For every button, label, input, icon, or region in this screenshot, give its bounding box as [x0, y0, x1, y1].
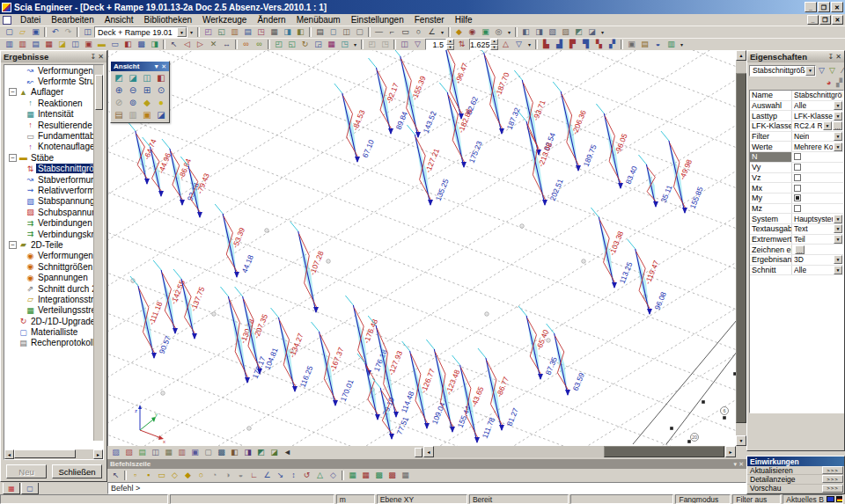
checkbox[interactable] — [794, 194, 801, 201]
tree-hscroll-thumb[interactable] — [14, 449, 76, 458]
horizontal-scroll-thumb[interactable] — [604, 446, 724, 457]
snap-tangent-icon[interactable]: ◔ — [208, 470, 221, 481]
tree-item-relativverformung[interactable]: ⇝Relativverformung — [4, 185, 103, 195]
snap-point-icon[interactable]: ▫ — [129, 470, 142, 481]
move-icon[interactable]: ↔ — [220, 39, 233, 50]
snap-near-icon[interactable]: ◑ — [221, 470, 234, 481]
axis-lock-icon[interactable]: ↕ — [287, 470, 300, 481]
mdi-restore-button[interactable]: ❐ — [819, 15, 831, 25]
tree-expand-icon[interactable]: − — [9, 154, 17, 162]
results-3d-scene[interactable]: 620-64.74-44.96-86.8493.18-79.43-84.5367… — [108, 50, 736, 446]
property-row-extremwerte[interactable]: ExtremwerteTeil▼ — [750, 235, 843, 245]
snap-perp-icon[interactable]: ◆ — [181, 470, 195, 481]
menu-item-hilfe[interactable]: Hilfe — [450, 14, 478, 26]
library-icon[interactable]: ▤ — [638, 39, 651, 50]
properties-combo[interactable]: Stabschnittgrößen ( ▼ — [749, 65, 816, 77]
scroll-right-icon[interactable]: ► — [93, 449, 103, 459]
close-icon[interactable]: ✕ — [738, 461, 744, 468]
command-input[interactable]: Befehl > — [107, 482, 746, 494]
circle-tool-icon[interactable]: ○ — [412, 26, 425, 38]
ratio-spinner[interactable]: 1.625▲▼ — [469, 39, 498, 50]
result-diagram-icon-6[interactable]: ▞ — [606, 39, 619, 50]
filter-edit-icon[interactable]: ▽ — [827, 65, 837, 76]
horizontal-scrollbar[interactable]: ◄ ► — [423, 446, 736, 457]
checkbox[interactable] — [794, 205, 801, 212]
zoom-all-icon[interactable]: ⊙ — [154, 84, 168, 97]
property-row-werte[interactable]: WerteMehrere Kompo▼ — [750, 142, 843, 152]
pencil-icon[interactable]: ∕ — [838, 65, 845, 76]
scroll-right-icon[interactable]: ► — [725, 446, 736, 457]
menu-item-bibliotheken[interactable]: Bibliotheken — [139, 14, 197, 26]
tree-item-schnitt-durch-2d-teil[interactable]: ⇗Schnitt durch 2D-Teil — [4, 283, 103, 294]
print-icon[interactable]: ▤ — [313, 26, 327, 38]
tree-item-stabschnittgrößen[interactable]: ⇅Stabschnittgrößen — [4, 164, 103, 174]
tracking-icon[interactable]: ↘ — [274, 470, 287, 481]
member-icon[interactable]: ▬ — [95, 39, 108, 50]
picture-layers-icon[interactable]: ▩ — [215, 447, 228, 458]
close-icon[interactable]: ✕ — [98, 53, 104, 61]
redo-icon[interactable]: ↷ — [62, 26, 75, 38]
render-icon[interactable]: ◎ — [492, 26, 505, 38]
tree-item-knotenauflager-resultierenc[interactable]: ↑Knotenauflager-Resultierenc — [4, 142, 103, 152]
new-window-icon[interactable]: ◫ — [81, 26, 94, 38]
polyline-tool-icon[interactable]: ⌐ — [386, 26, 399, 38]
neu-button[interactable]: Neu — [6, 464, 47, 478]
menu-item-menübaum[interactable]: Menübaum — [291, 14, 346, 26]
export-icon[interactable]: ◫ — [340, 26, 353, 38]
tree-item-fundamenttabelle[interactable]: ▭Fundamenttabelle — [4, 130, 103, 141]
window-cascade-icon[interactable]: ◳ — [378, 39, 392, 50]
polar-icon[interactable]: ∠ — [261, 470, 274, 481]
picture-new-icon[interactable]: ▢ — [202, 447, 215, 458]
toolbar-dropdown-arrow-icon[interactable]: ▾ — [438, 26, 446, 38]
action-row-detailanzeige[interactable]: Detailanzeige>>> — [747, 475, 844, 484]
light-bulb-icon[interactable]: ● — [154, 97, 168, 109]
render-mode-icon[interactable]: ▤ — [112, 109, 126, 121]
save-view-icon[interactable]: ▣ — [625, 39, 638, 50]
toolbar-dropdown-arrow-icon[interactable]: ▾ — [678, 39, 686, 50]
beam-check-icon[interactable]: ▥ — [16, 39, 29, 50]
chevron-down-icon[interactable]: ▼ — [834, 224, 842, 233]
pin-icon[interactable]: ↧ — [828, 53, 834, 61]
property-row-schnitt[interactable]: SchnittAlle▼ — [750, 266, 843, 276]
filter-apply-icon[interactable]: ▽ — [817, 65, 827, 76]
property-row-zeichnen-ein-[interactable]: Zeichnen ein...… — [750, 245, 843, 255]
raster-green-icon[interactable]: ▦ — [346, 470, 359, 481]
tree-item-stabverformungen[interactable]: ↝Stabverformungen — [4, 174, 103, 185]
column-icon[interactable]: ▤ — [29, 39, 42, 50]
snap-mid-icon[interactable]: ▪ — [142, 470, 155, 481]
undo-icon[interactable]: ↶ — [48, 26, 62, 38]
open-folder-icon[interactable]: ▱ — [16, 26, 29, 38]
result-diagram-icon-3[interactable]: ▛ — [566, 39, 579, 50]
copy-multi-icon[interactable]: ◰ — [272, 39, 285, 50]
action-row-aktualisieren[interactable]: Aktualisieren>>> — [747, 466, 844, 475]
property-row-lasttyp[interactable]: LasttypLFK-Klasse▼ — [750, 111, 843, 121]
save-icon[interactable]: ▣ — [29, 26, 42, 38]
raster-gray-icon[interactable]: ▦ — [399, 470, 412, 481]
menu-item-datei[interactable]: Datei — [15, 14, 46, 26]
mdi-minimize-button[interactable]: _ — [807, 15, 819, 25]
pointer-icon[interactable]: ↖ — [109, 470, 122, 481]
raster-green2-icon[interactable]: ▩ — [372, 470, 386, 481]
print-preview-icon[interactable]: ◻ — [327, 26, 340, 38]
property-row-textausgabe[interactable]: TextausgabeText▼ — [750, 224, 843, 235]
table-icon[interactable]: ▦ — [268, 26, 281, 38]
close-icon[interactable]: ✕ — [835, 53, 841, 61]
load-icon[interactable]: ◫ — [69, 39, 82, 50]
tree-item-integrationsstreifen[interactable]: ▱Integrationsstreifen — [4, 294, 103, 304]
close-button[interactable]: ✕ — [831, 2, 843, 12]
chevron-down-icon[interactable]: ▼ — [834, 266, 842, 274]
snap-grid-icon[interactable]: ◒ — [234, 470, 247, 481]
mdi-close-button[interactable]: ✕ — [832, 15, 843, 25]
snap-end-icon[interactable]: ▭ — [155, 470, 168, 481]
property-row-lfk-klasse[interactable]: LFK-KlasseRC2.4 Rampe▼… — [750, 121, 843, 132]
tree-item-rechenprotokoll[interactable]: ▤Rechenprotokoll — [4, 338, 103, 348]
checkbox[interactable] — [794, 164, 801, 171]
tree-item-schubspannung[interactable]: ▨Schubspannung — [4, 207, 103, 217]
wireframe-mode-icon[interactable]: ▥ — [126, 109, 140, 121]
scroll-up-icon[interactable]: ▲ — [736, 50, 746, 61]
picture-table-icon[interactable]: ▤ — [136, 447, 149, 458]
tree-item-stäbe[interactable]: −▬Stäbe — [4, 152, 103, 163]
property-row-name[interactable]: NameStabschnittgrößen — [750, 91, 843, 101]
raster-red2-icon[interactable]: ▩ — [386, 470, 399, 481]
scroll-left-icon[interactable]: ◄ — [423, 446, 434, 457]
